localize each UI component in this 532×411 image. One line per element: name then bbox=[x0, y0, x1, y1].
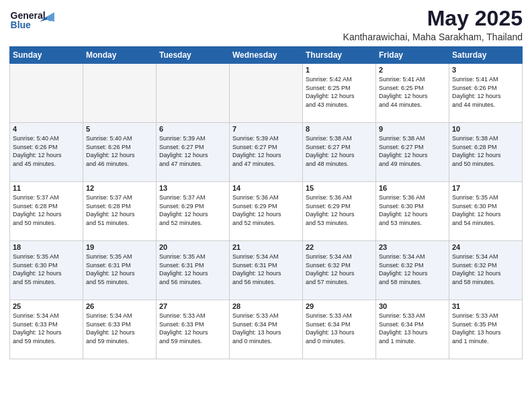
day-info: Sunrise: 5:40 AM Sunset: 6:26 PM Dayligh… bbox=[86, 134, 153, 168]
day-cell bbox=[83, 64, 157, 123]
day-cell: 29Sunrise: 5:33 AM Sunset: 6:34 PM Dayli… bbox=[303, 300, 376, 359]
day-cell: 25Sunrise: 5:34 AM Sunset: 6:33 PM Dayli… bbox=[10, 300, 83, 359]
day-number: 13 bbox=[159, 184, 226, 192]
day-number: 12 bbox=[86, 184, 153, 192]
day-cell: 18Sunrise: 5:35 AM Sunset: 6:30 PM Dayli… bbox=[10, 241, 83, 300]
day-info: Sunrise: 5:38 AM Sunset: 6:27 PM Dayligh… bbox=[306, 134, 373, 168]
calendar-container: General Blue May 2025 Kantharawichai, Ma… bbox=[0, 0, 532, 366]
svg-marker-3 bbox=[47, 12, 54, 21]
day-info: Sunrise: 5:38 AM Sunset: 6:28 PM Dayligh… bbox=[452, 134, 519, 168]
day-cell: 20Sunrise: 5:35 AM Sunset: 6:31 PM Dayli… bbox=[157, 241, 230, 300]
day-number: 24 bbox=[452, 243, 519, 251]
day-info: Sunrise: 5:35 AM Sunset: 6:30 PM Dayligh… bbox=[13, 253, 80, 286]
day-cell: 23Sunrise: 5:34 AM Sunset: 6:32 PM Dayli… bbox=[376, 241, 449, 300]
day-number: 6 bbox=[159, 125, 226, 133]
day-number: 20 bbox=[159, 243, 226, 251]
day-info: Sunrise: 5:42 AM Sunset: 6:25 PM Dayligh… bbox=[306, 75, 373, 109]
day-number: 2 bbox=[379, 66, 446, 74]
day-cell: 13Sunrise: 5:37 AM Sunset: 6:29 PM Dayli… bbox=[157, 182, 230, 241]
day-number: 29 bbox=[306, 302, 373, 310]
day-cell: 22Sunrise: 5:34 AM Sunset: 6:32 PM Dayli… bbox=[303, 241, 376, 300]
day-cell: 8Sunrise: 5:38 AM Sunset: 6:27 PM Daylig… bbox=[303, 123, 376, 182]
day-cell: 4Sunrise: 5:40 AM Sunset: 6:26 PM Daylig… bbox=[10, 123, 83, 182]
day-info: Sunrise: 5:38 AM Sunset: 6:27 PM Dayligh… bbox=[379, 134, 446, 168]
weekday-header-sunday: Sunday bbox=[10, 47, 83, 64]
week-row-2: 4Sunrise: 5:40 AM Sunset: 6:26 PM Daylig… bbox=[10, 123, 523, 182]
day-info: Sunrise: 5:34 AM Sunset: 6:32 PM Dayligh… bbox=[306, 253, 373, 286]
day-info: Sunrise: 5:33 AM Sunset: 6:34 PM Dayligh… bbox=[379, 312, 446, 345]
day-cell: 26Sunrise: 5:34 AM Sunset: 6:33 PM Dayli… bbox=[83, 300, 157, 359]
day-cell: 6Sunrise: 5:39 AM Sunset: 6:27 PM Daylig… bbox=[157, 123, 230, 182]
day-number: 18 bbox=[13, 243, 80, 251]
week-row-4: 18Sunrise: 5:35 AM Sunset: 6:30 PM Dayli… bbox=[10, 241, 523, 300]
day-info: Sunrise: 5:36 AM Sunset: 6:29 PM Dayligh… bbox=[306, 193, 373, 227]
day-cell: 31Sunrise: 5:33 AM Sunset: 6:35 PM Dayli… bbox=[449, 300, 523, 359]
day-info: Sunrise: 5:40 AM Sunset: 6:26 PM Dayligh… bbox=[13, 134, 80, 168]
day-info: Sunrise: 5:33 AM Sunset: 6:33 PM Dayligh… bbox=[159, 312, 226, 345]
day-number: 4 bbox=[13, 125, 80, 133]
weekday-header-tuesday: Tuesday bbox=[157, 47, 230, 64]
day-cell bbox=[157, 64, 230, 123]
day-number: 19 bbox=[86, 243, 153, 251]
day-info: Sunrise: 5:34 AM Sunset: 6:33 PM Dayligh… bbox=[86, 312, 153, 345]
week-row-5: 25Sunrise: 5:34 AM Sunset: 6:33 PM Dayli… bbox=[10, 300, 523, 359]
day-number: 31 bbox=[452, 302, 519, 310]
day-info: Sunrise: 5:41 AM Sunset: 6:26 PM Dayligh… bbox=[452, 75, 519, 109]
day-info: Sunrise: 5:41 AM Sunset: 6:25 PM Dayligh… bbox=[379, 75, 446, 109]
day-number: 22 bbox=[306, 243, 373, 251]
header: General Blue May 2025 Kantharawichai, Ma… bbox=[9, 7, 523, 42]
day-number: 27 bbox=[159, 302, 226, 310]
day-number: 17 bbox=[452, 184, 519, 192]
weekday-header-monday: Monday bbox=[83, 47, 157, 64]
day-cell: 24Sunrise: 5:34 AM Sunset: 6:32 PM Dayli… bbox=[449, 241, 523, 300]
day-cell: 9Sunrise: 5:38 AM Sunset: 6:27 PM Daylig… bbox=[376, 123, 449, 182]
day-number: 26 bbox=[86, 302, 153, 310]
day-info: Sunrise: 5:35 AM Sunset: 6:31 PM Dayligh… bbox=[86, 253, 153, 286]
day-info: Sunrise: 5:34 AM Sunset: 6:32 PM Dayligh… bbox=[379, 253, 446, 286]
day-cell: 19Sunrise: 5:35 AM Sunset: 6:31 PM Dayli… bbox=[83, 241, 157, 300]
day-number: 14 bbox=[232, 184, 300, 192]
day-cell bbox=[10, 64, 83, 123]
day-cell: 2Sunrise: 5:41 AM Sunset: 6:25 PM Daylig… bbox=[376, 64, 449, 123]
day-number: 15 bbox=[306, 184, 373, 192]
day-number: 10 bbox=[452, 125, 519, 133]
day-number: 30 bbox=[379, 302, 446, 310]
title-area: May 2025 Kantharawichai, Maha Sarakham, … bbox=[343, 7, 523, 42]
day-number: 1 bbox=[306, 66, 373, 74]
day-number: 9 bbox=[379, 125, 446, 133]
weekday-header-row: SundayMondayTuesdayWednesdayThursdayFrid… bbox=[10, 47, 523, 64]
day-info: Sunrise: 5:37 AM Sunset: 6:28 PM Dayligh… bbox=[86, 193, 153, 227]
day-cell: 15Sunrise: 5:36 AM Sunset: 6:29 PM Dayli… bbox=[303, 182, 376, 241]
day-info: Sunrise: 5:35 AM Sunset: 6:31 PM Dayligh… bbox=[159, 253, 226, 286]
day-number: 25 bbox=[13, 302, 80, 310]
day-info: Sunrise: 5:37 AM Sunset: 6:28 PM Dayligh… bbox=[13, 193, 80, 227]
calendar-table: SundayMondayTuesdayWednesdayThursdayFrid… bbox=[9, 46, 523, 359]
day-cell: 7Sunrise: 5:39 AM Sunset: 6:27 PM Daylig… bbox=[230, 123, 303, 182]
day-number: 16 bbox=[379, 184, 446, 192]
day-cell: 21Sunrise: 5:34 AM Sunset: 6:31 PM Dayli… bbox=[230, 241, 303, 300]
day-number: 5 bbox=[86, 125, 153, 133]
location: Kantharawichai, Maha Sarakham, Thailand bbox=[343, 32, 523, 42]
week-row-1: 1Sunrise: 5:42 AM Sunset: 6:25 PM Daylig… bbox=[10, 64, 523, 123]
day-cell: 5Sunrise: 5:40 AM Sunset: 6:26 PM Daylig… bbox=[83, 123, 157, 182]
day-cell: 27Sunrise: 5:33 AM Sunset: 6:33 PM Dayli… bbox=[157, 300, 230, 359]
day-cell: 28Sunrise: 5:33 AM Sunset: 6:34 PM Dayli… bbox=[230, 300, 303, 359]
day-info: Sunrise: 5:33 AM Sunset: 6:34 PM Dayligh… bbox=[306, 312, 373, 345]
day-number: 23 bbox=[379, 243, 446, 251]
day-info: Sunrise: 5:33 AM Sunset: 6:35 PM Dayligh… bbox=[452, 312, 519, 345]
weekday-header-friday: Friday bbox=[376, 47, 449, 64]
weekday-header-thursday: Thursday bbox=[303, 47, 376, 64]
day-number: 7 bbox=[232, 125, 300, 133]
day-cell: 17Sunrise: 5:35 AM Sunset: 6:30 PM Dayli… bbox=[449, 182, 523, 241]
day-info: Sunrise: 5:34 AM Sunset: 6:33 PM Dayligh… bbox=[13, 312, 80, 345]
day-info: Sunrise: 5:36 AM Sunset: 6:29 PM Dayligh… bbox=[232, 193, 300, 227]
logo-svg: General Blue bbox=[9, 7, 56, 34]
weekday-header-saturday: Saturday bbox=[449, 47, 523, 64]
day-cell: 10Sunrise: 5:38 AM Sunset: 6:28 PM Dayli… bbox=[449, 123, 523, 182]
svg-text:Blue: Blue bbox=[11, 19, 32, 30]
logo: General Blue bbox=[9, 7, 56, 34]
day-cell bbox=[230, 64, 303, 123]
day-cell: 11Sunrise: 5:37 AM Sunset: 6:28 PM Dayli… bbox=[10, 182, 83, 241]
day-info: Sunrise: 5:39 AM Sunset: 6:27 PM Dayligh… bbox=[232, 134, 300, 168]
day-cell: 30Sunrise: 5:33 AM Sunset: 6:34 PM Dayli… bbox=[376, 300, 449, 359]
